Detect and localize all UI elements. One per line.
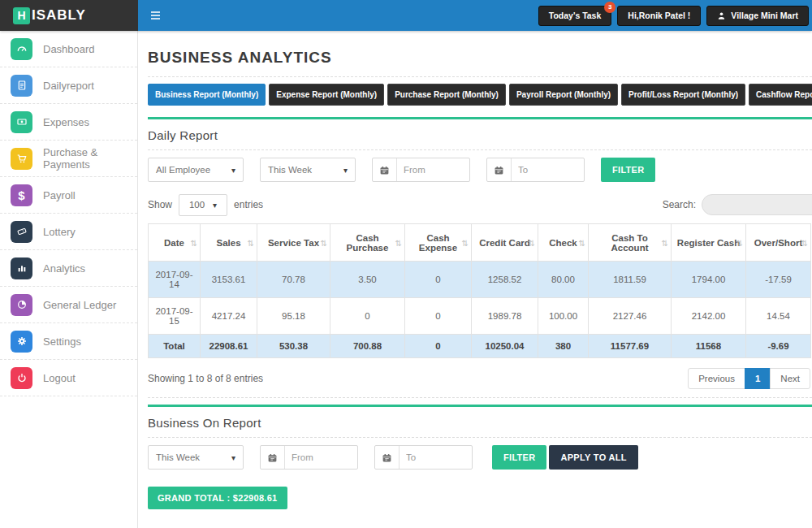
tab-expense-report[interactable]: Expense Report (Monthly) <box>269 84 384 106</box>
sort-icon[interactable]: ⇅ <box>395 238 402 247</box>
sort-icon[interactable]: ⇅ <box>736 238 743 247</box>
col-header-date[interactable]: Date⇅ <box>149 224 201 262</box>
previous-page-button[interactable]: Previous <box>688 368 745 389</box>
next-page-button[interactable]: Next <box>770 368 810 389</box>
sidebar-item-label: Dashboard <box>43 43 95 55</box>
logo-h-mark: H <box>13 7 30 24</box>
table-controls: Show 100 ▾ entries Search: <box>148 193 812 217</box>
period-select-value: This Week <box>156 452 200 462</box>
period-select[interactable]: This Week ▾ <box>260 158 356 182</box>
sidebar-item-general-ledger[interactable]: General Ledger <box>0 287 137 323</box>
filter-button[interactable]: FILTER <box>492 445 546 470</box>
sort-icon[interactable]: ⇅ <box>529 238 535 247</box>
sort-icon[interactable]: ⇅ <box>462 238 469 247</box>
length-menu: Show 100 ▾ entries <box>148 194 263 216</box>
period-select-value: This Week <box>268 165 312 175</box>
search-input[interactable] <box>702 194 812 215</box>
table-footer: Showing 1 to 8 of 8 entries Previous 1 N… <box>148 368 810 389</box>
filter-button[interactable]: FILTER <box>601 158 655 182</box>
main-content: BUSINESS ANALYTICS Business Report (Mont… <box>138 31 812 528</box>
from-date-input[interactable] <box>397 158 469 181</box>
user-greeting-button[interactable]: Hi,Ronik Patel ! <box>617 6 701 26</box>
entries-select-value: 100 <box>189 200 205 210</box>
search-area: Search: <box>663 194 812 215</box>
calendar-icon[interactable] <box>487 158 512 181</box>
col-header-cash-expense[interactable]: Cash Expense⇅ <box>405 224 472 262</box>
entries-label: entries <box>234 199 263 210</box>
store-button[interactable]: Village Mini Mart <box>706 6 809 26</box>
sort-icon[interactable]: ⇅ <box>662 238 668 247</box>
to-date-input[interactable] <box>400 446 471 469</box>
apply-to-all-button[interactable]: APPLY TO ALL <box>549 445 637 470</box>
sidebar-item-lottery[interactable]: Lottery <box>0 214 137 250</box>
to-date-group <box>374 445 473 470</box>
section-rule <box>148 117 812 119</box>
store-label: Village Mini Mart <box>731 11 798 20</box>
report-tabs: Business Report (Monthly) Expense Report… <box>148 84 812 106</box>
menu-toggle-icon[interactable] <box>151 11 160 19</box>
sort-icon[interactable]: ⇅ <box>801 238 808 247</box>
calendar-icon[interactable] <box>373 158 397 181</box>
col-header-sales[interactable]: Sales⇅ <box>201 224 257 262</box>
sidebar-item-purchase-payments[interactable]: Purchase & Payments <box>0 141 137 177</box>
todays-task-button[interactable]: Today's Task 3 <box>538 6 612 26</box>
from-date-group <box>260 445 358 470</box>
tab-profit-loss-report[interactable]: Profit/Loss Report (Monthly) <box>621 84 745 106</box>
person-icon <box>717 11 726 20</box>
table-header-row: Date⇅ Sales⇅ Service Tax⇅ Cash Purchase⇅… <box>149 224 811 262</box>
from-date-input[interactable] <box>285 446 356 469</box>
period-select[interactable]: This Week ▾ <box>148 445 244 470</box>
sort-icon[interactable]: ⇅ <box>248 238 254 247</box>
sidebar-item-payroll[interactable]: $ Payroll <box>0 177 137 214</box>
chevron-down-icon: ▾ <box>343 166 348 175</box>
chevron-down-icon: ▾ <box>231 453 235 462</box>
col-header-credit-card[interactable]: Credit Card⇅ <box>472 224 538 262</box>
dashboard-icon <box>11 38 32 60</box>
divider <box>148 149 812 150</box>
sidebar-item-settings[interactable]: Settings <box>0 323 137 360</box>
topbar: H ISABLY Today's Task 3 Hi,Ronik Patel !… <box>0 0 812 31</box>
to-date-group <box>486 158 585 182</box>
table-row[interactable]: 2017-09-14 3153.61 70.78 3.50 0 1258.52 … <box>149 262 811 298</box>
sort-icon[interactable]: ⇅ <box>321 238 327 247</box>
logo-text: ISABLY <box>32 7 86 24</box>
sidebar-item-label: Lottery <box>43 226 76 238</box>
col-header-register-cash[interactable]: Register Cash⇅ <box>672 224 746 262</box>
daily-report-heading: Daily Report <box>148 128 812 142</box>
payroll-icon: $ <box>11 184 32 206</box>
employee-select-value: All Employee <box>156 165 210 175</box>
chevron-down-icon: ▾ <box>213 201 217 210</box>
brand-logo[interactable]: H ISABLY <box>0 0 138 31</box>
sort-icon[interactable]: ⇅ <box>579 238 585 247</box>
sidebar-item-logout[interactable]: Logout <box>0 360 137 396</box>
calendar-icon[interactable] <box>375 446 400 469</box>
col-header-cash-to-account[interactable]: Cash To Account⇅ <box>589 224 672 262</box>
entries-select[interactable]: 100 ▾ <box>179 194 227 216</box>
daily-report-table: Date⇅ Sales⇅ Service Tax⇅ Cash Purchase⇅… <box>148 223 811 358</box>
tab-payroll-report[interactable]: Payroll Report (Monthly) <box>509 84 618 106</box>
power-icon <box>11 367 32 389</box>
sidebar-item-dashboard[interactable]: Dashboard <box>0 31 137 67</box>
calendar-icon[interactable] <box>261 446 285 469</box>
col-header-service-tax[interactable]: Service Tax⇅ <box>257 224 330 262</box>
show-label: Show <box>148 199 172 210</box>
divider <box>148 76 812 77</box>
sort-icon[interactable]: ⇅ <box>191 238 197 247</box>
sidebar-item-dailyreport[interactable]: Dailyreport <box>0 67 137 104</box>
sidebar-item-analytics[interactable]: Analytics <box>0 250 137 287</box>
col-header-over-short[interactable]: Over/Short⇅ <box>746 224 811 262</box>
chevron-down-icon: ▾ <box>231 166 235 175</box>
sidebar-item-expenses[interactable]: Expenses <box>0 104 137 141</box>
page-number-button[interactable]: 1 <box>745 368 771 389</box>
col-header-check[interactable]: Check⇅ <box>538 224 589 262</box>
col-header-cash-purchase[interactable]: Cash Purchase⇅ <box>330 224 405 262</box>
page-title: BUSINESS ANALYTICS <box>148 49 812 67</box>
tab-business-report[interactable]: Business Report (Monthly) <box>148 84 266 106</box>
to-date-input[interactable] <box>512 158 583 181</box>
tab-cashflow-report[interactable]: Cashflow Report (Monthly) <box>749 84 812 106</box>
sidebar-item-label: General Ledger <box>43 299 116 311</box>
employee-select[interactable]: All Employee ▾ <box>148 158 244 182</box>
tab-purchase-report[interactable]: Purchase Report (Monthly) <box>387 84 506 106</box>
lottery-ticket-icon <box>11 221 32 243</box>
table-row[interactable]: 2017-09-15 4217.24 95.18 0 0 1989.78 100… <box>149 298 811 335</box>
